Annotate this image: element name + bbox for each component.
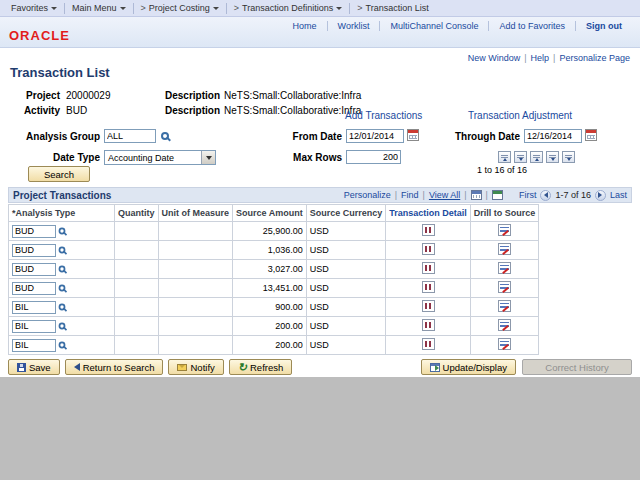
max-rows-input[interactable] (346, 150, 401, 164)
first-page-link[interactable]: First (519, 190, 537, 200)
transaction-adjustment-link[interactable]: Transaction Adjustment (468, 110, 572, 121)
last-page-link[interactable]: Last (610, 190, 627, 200)
link-help[interactable]: Help (531, 53, 550, 63)
drill-to-source-icon[interactable] (498, 300, 511, 312)
view-all-link[interactable]: View All (429, 190, 460, 200)
page-range: 1-7 of 16 (555, 190, 591, 200)
calendar-icon[interactable] (407, 129, 419, 141)
transaction-detail-icon[interactable] (422, 319, 435, 331)
drill-to-source-icon[interactable] (498, 338, 511, 350)
transaction-detail-icon[interactable] (422, 243, 435, 255)
drill-to-source-icon[interactable] (498, 243, 511, 255)
date-type-value: Accounting Date (105, 153, 201, 163)
breadcrumb-project-costing[interactable]: > Project Costing (133, 3, 226, 14)
search-icon[interactable] (59, 228, 66, 235)
activity-label: Activity (8, 105, 60, 116)
analysis-type-input[interactable] (12, 282, 56, 295)
analysis-type-input[interactable] (12, 339, 56, 352)
row-nav-first-icon[interactable] (498, 151, 511, 163)
cell-unit-of-measure (158, 336, 233, 355)
project-value: 20000029 (66, 90, 111, 101)
search-icon[interactable] (59, 342, 66, 349)
col-unit-of-measure: Unit of Measure (158, 205, 233, 222)
cell-quantity (115, 298, 159, 317)
breadcrumb-transaction-list[interactable]: > Transaction List (349, 3, 435, 14)
search-icon[interactable] (59, 247, 66, 254)
calendar-icon[interactable] (585, 129, 597, 141)
description-label: Description (165, 90, 220, 101)
cell-drill-to-source (470, 241, 539, 260)
drill-to-source-icon[interactable] (498, 319, 511, 331)
transaction-detail-icon[interactable] (422, 281, 435, 293)
row-nav-last-icon[interactable] (562, 151, 575, 163)
analysis-type-input[interactable] (12, 263, 56, 276)
notify-label: Notify (190, 362, 214, 373)
save-button[interactable]: Save (8, 359, 60, 375)
transaction-detail-icon[interactable] (422, 262, 435, 274)
download-grid-icon[interactable] (471, 190, 482, 200)
correct-history-label: Correct History (545, 362, 608, 373)
next-page-icon[interactable] (595, 190, 606, 201)
activity-value: BUD (66, 105, 87, 116)
analysis-type-input[interactable] (12, 225, 56, 238)
cell-analysis-type (9, 222, 115, 241)
breadcrumb-transaction-definitions[interactable]: > Transaction Definitions (226, 3, 349, 14)
search-icon[interactable] (59, 266, 66, 273)
refresh-button[interactable]: ↻ Refresh (229, 359, 292, 375)
personalize-link[interactable]: Personalize (344, 190, 391, 200)
breadcrumb-favorites[interactable]: Favorites (4, 3, 64, 14)
transaction-detail-icon[interactable] (422, 338, 435, 350)
row-nav-next-icon[interactable] (546, 151, 559, 163)
through-date-input[interactable] (524, 129, 582, 143)
update-display-button[interactable]: Update/Display (421, 359, 516, 375)
cell-transaction-detail (386, 260, 471, 279)
transaction-detail-icon[interactable] (422, 300, 435, 312)
cell-source-amount: 200.00 (233, 336, 307, 355)
refresh-icon: ↻ (238, 362, 247, 372)
cell-source-currency: USD (306, 241, 386, 260)
link-personalize-page[interactable]: Personalize Page (559, 53, 630, 63)
search-icon[interactable] (59, 304, 66, 311)
row-nav-mid-icon[interactable] (530, 151, 543, 163)
analysis-group-lookup[interactable] (161, 131, 169, 142)
search-button[interactable]: Search (28, 166, 90, 182)
cell-drill-to-source (470, 222, 539, 241)
link-home[interactable]: Home (283, 21, 327, 31)
screen: Favorites Main Menu > Project Costing > … (0, 0, 640, 480)
link-add-to-favorites[interactable]: Add to Favorites (488, 21, 575, 31)
download-to-excel-icon[interactable] (492, 190, 503, 200)
oracle-logo: ORACLE (9, 28, 70, 43)
cell-quantity (115, 279, 159, 298)
chevron-down-icon (120, 7, 126, 10)
notify-button[interactable]: Notify (168, 359, 223, 375)
separator: | (524, 53, 526, 63)
search-icon (161, 132, 169, 140)
row-nav-prev-icon[interactable] (514, 151, 527, 163)
analysis-type-input[interactable] (12, 301, 56, 314)
breadcrumb-main-menu[interactable]: Main Menu (64, 3, 133, 14)
link-new-window[interactable]: New Window (468, 53, 521, 63)
return-to-search-button[interactable]: Return to Search (65, 359, 164, 375)
link-sign-out[interactable]: Sign out (575, 21, 632, 31)
find-link[interactable]: Find (401, 190, 419, 200)
analysis-type-input[interactable] (12, 244, 56, 257)
table-row: 900.00 USD (9, 298, 539, 317)
date-type-select[interactable]: Accounting Date (104, 150, 216, 165)
link-multichannel-console[interactable]: MultiChannel Console (379, 21, 488, 31)
search-icon[interactable] (59, 323, 66, 330)
link-worklist[interactable]: Worklist (327, 21, 380, 31)
previous-page-icon[interactable] (540, 190, 551, 201)
refresh-label: Refresh (250, 362, 283, 373)
from-date-input[interactable] (346, 129, 404, 143)
breadcrumb-label: Project Costing (149, 3, 210, 13)
search-icon[interactable] (59, 285, 66, 292)
add-transactions-link[interactable]: Add Transactions (345, 110, 422, 121)
cell-unit-of-measure (158, 317, 233, 336)
grid-title: Project Transactions (13, 190, 111, 201)
analysis-group-input[interactable] (104, 129, 156, 143)
drill-to-source-icon[interactable] (498, 262, 511, 274)
drill-to-source-icon[interactable] (498, 281, 511, 293)
analysis-type-input[interactable] (12, 320, 56, 333)
transaction-detail-icon[interactable] (422, 224, 435, 236)
drill-to-source-icon[interactable] (498, 224, 511, 236)
